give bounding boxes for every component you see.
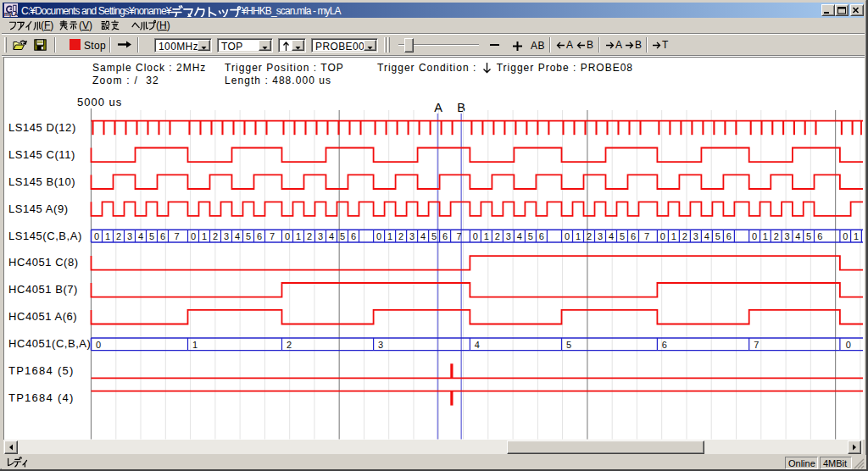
svg-text:1: 1	[484, 231, 489, 241]
svg-text:4: 4	[609, 231, 614, 241]
svg-text:6: 6	[351, 231, 356, 241]
svg-text:6: 6	[257, 231, 262, 241]
svg-text:5: 5	[806, 231, 811, 241]
svg-text:3: 3	[598, 231, 603, 241]
svg-text:1: 1	[763, 231, 768, 241]
svg-text:5: 5	[620, 231, 625, 241]
svg-text:6: 6	[442, 231, 448, 241]
svg-text:0: 0	[94, 231, 99, 241]
svg-text:3: 3	[318, 231, 323, 241]
svg-text:0: 0	[376, 231, 381, 241]
svg-text:1: 1	[296, 231, 301, 241]
svg-text:5: 5	[566, 340, 571, 350]
svg-text:7: 7	[174, 231, 179, 241]
svg-text:4: 4	[138, 231, 143, 241]
svg-text:3: 3	[784, 231, 789, 241]
svg-text:0: 0	[285, 231, 290, 241]
svg-text:0: 0	[191, 231, 196, 241]
svg-text:4: 4	[329, 231, 334, 241]
svg-text:0: 0	[752, 231, 757, 241]
svg-text:2: 2	[213, 231, 218, 241]
svg-text:5: 5	[340, 231, 345, 241]
svg-text:2: 2	[495, 231, 500, 241]
svg-text:4: 4	[420, 231, 426, 241]
svg-text:6: 6	[662, 340, 667, 350]
svg-text:3: 3	[224, 231, 229, 241]
svg-text:4: 4	[235, 231, 240, 241]
svg-text:5: 5	[431, 231, 437, 241]
svg-text:3: 3	[693, 231, 698, 241]
svg-text:2: 2	[587, 231, 592, 241]
svg-text:1: 1	[192, 340, 198, 350]
svg-text:3: 3	[409, 231, 415, 241]
svg-text:5: 5	[715, 231, 721, 241]
svg-text:7: 7	[754, 340, 759, 350]
svg-text:2: 2	[307, 231, 312, 241]
svg-text:6: 6	[631, 231, 636, 241]
svg-text:6: 6	[726, 231, 732, 241]
svg-text:3: 3	[378, 340, 383, 350]
svg-text:1: 1	[387, 231, 392, 241]
svg-text:3: 3	[127, 231, 132, 241]
svg-text:4: 4	[704, 231, 709, 241]
svg-text:2: 2	[287, 340, 292, 350]
svg-text:6: 6	[539, 231, 544, 241]
svg-text:6: 6	[160, 231, 165, 241]
svg-text:1: 1	[854, 231, 859, 241]
svg-text:4: 4	[475, 340, 480, 350]
svg-text:0: 0	[846, 340, 851, 350]
svg-text:0: 0	[843, 231, 848, 241]
svg-text:0: 0	[565, 231, 570, 241]
svg-text:2: 2	[116, 231, 121, 241]
svg-text:1: 1	[576, 231, 581, 241]
svg-text:7: 7	[270, 231, 275, 241]
svg-text:2: 2	[398, 231, 403, 241]
svg-text:1: 1	[202, 231, 207, 241]
svg-text:0: 0	[660, 231, 665, 241]
svg-text:2: 2	[682, 231, 687, 241]
svg-text:1: 1	[671, 231, 676, 241]
svg-text:3: 3	[506, 231, 511, 241]
svg-text:0: 0	[473, 231, 478, 241]
svg-text:7: 7	[456, 231, 461, 241]
svg-text:5: 5	[528, 231, 533, 241]
svg-text:5: 5	[149, 231, 154, 241]
svg-text:5: 5	[246, 231, 251, 241]
svg-text:4: 4	[795, 231, 800, 241]
svg-text:1: 1	[105, 231, 110, 241]
svg-text:2: 2	[774, 231, 779, 241]
svg-text:4: 4	[517, 231, 522, 241]
svg-text:0: 0	[96, 340, 101, 350]
svg-text:6: 6	[817, 231, 822, 241]
svg-text:7: 7	[644, 231, 649, 241]
